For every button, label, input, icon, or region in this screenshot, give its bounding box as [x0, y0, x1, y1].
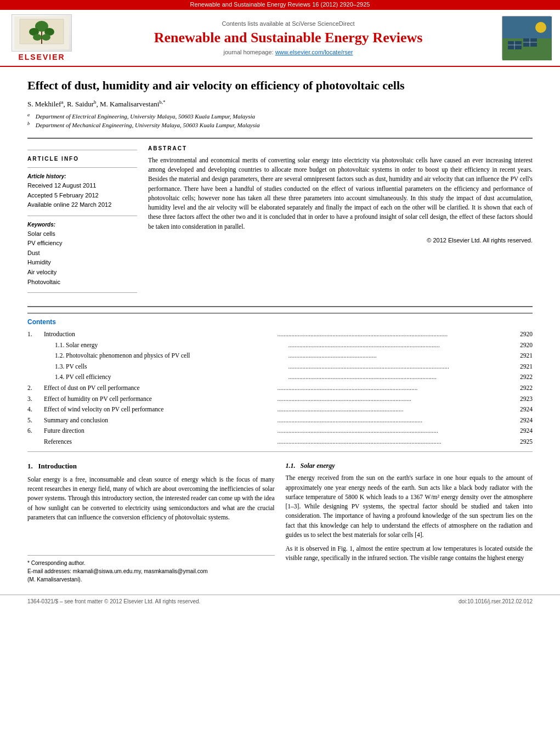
toc-label-4: Effect of wind velocity on PV cell perfo…	[44, 404, 278, 415]
toc-num-2: 2.	[27, 383, 44, 394]
journal-cover-thumbnail	[502, 16, 551, 60]
toc-item-1: 1. Introduction ........................…	[27, 329, 533, 340]
affiliations: a Department of Electrical Engineering, …	[27, 112, 533, 130]
affiliation-b: b Department of Mechanical Engineering, …	[27, 121, 533, 130]
svg-point-6	[33, 34, 42, 41]
toc-sub-1-4: 1.4.	[44, 372, 66, 383]
toc-dots-4: ........................................…	[278, 404, 511, 415]
journal-title: Renewable and Sustainable Energy Reviews	[80, 29, 496, 46]
toc-label-refs: References	[44, 437, 278, 448]
toc-item-4: 4. Effect of wind velocity on PV cell pe…	[27, 404, 533, 415]
footnote-email: E-mail addresses: mkamali@siswa.um.edu.m…	[27, 567, 275, 575]
divider-top-info	[27, 150, 137, 150]
toc-item-6: 6. Future direction ....................…	[27, 426, 533, 437]
toc-sub-1-2: 1.2.	[44, 350, 66, 361]
journal-issue-text: Renewable and Sustainable Energy Reviews…	[190, 1, 370, 8]
affiliation-a: a Department of Electrical Engineering, …	[27, 112, 533, 121]
toc-dots-refs: ........................................…	[278, 437, 511, 448]
toc-page-6: 2924	[511, 426, 533, 437]
toc-label-3: Effect of humidity on PV cell performanc…	[44, 394, 278, 405]
toc-page-4: 2924	[511, 404, 533, 415]
toc-item-1-4: 1.4. PV cell efficiency ................…	[27, 372, 533, 383]
elsevier-logo-image	[12, 14, 72, 52]
contents-heading: Contents	[27, 318, 533, 326]
solar-energy-paragraph2: As it is observed in Fig. 1, almost the …	[286, 544, 533, 563]
contents-available-line: Contents lists available at SciVerse Sci…	[80, 20, 496, 27]
authors-line: S. Mekhilefa, R. Saidurb, M. Kamalisarve…	[27, 99, 533, 109]
toc-num-refs	[27, 437, 44, 448]
toc-page-1-1: 2920	[511, 340, 533, 351]
toc-num-1: 1.	[27, 329, 44, 340]
elsevier-tree-icon	[14, 16, 69, 49]
toc-page-1-4: 2922	[511, 372, 533, 383]
svg-rect-11	[508, 41, 522, 49]
toc-dots-2: ........................................…	[278, 383, 511, 394]
keyword-2: PV efficiency	[27, 239, 137, 248]
issn-text: 1364-0321/$ – see front matter © 2012 El…	[27, 598, 200, 604]
toc-dots-1-1: ........................................…	[289, 340, 511, 351]
article-container: Effect of dust, humidity and air velocit…	[0, 67, 560, 595]
toc-page-3: 2923	[511, 394, 533, 405]
toc-item-2: 2. Effect of dust on PV cell performance…	[27, 383, 533, 394]
bottom-bar: 1364-0321/$ – see front matter © 2012 El…	[0, 595, 560, 608]
toc-num-4: 4.	[27, 404, 44, 415]
toc-label-6: Future direction	[44, 426, 278, 437]
article-title: Effect of dust, humidity and air velocit…	[27, 78, 533, 94]
toc-num-1-3	[27, 361, 44, 372]
journal-header: ELSEVIER Contents lists available at Sci…	[0, 9, 560, 67]
available-date: Available online 22 March 2012	[27, 200, 137, 210]
toc-page-refs: 2925	[511, 437, 533, 448]
toc-label-5: Summary and conclusion	[44, 415, 278, 426]
toc-page-2: 2922	[511, 383, 533, 394]
body-two-column: 1. Introduction Solar energy is a free, …	[27, 461, 533, 584]
footnotes-section: * Corresponding author. E-mail addresses…	[27, 555, 275, 584]
right-column: 1.1. Solar energy The energy received fr…	[286, 461, 533, 584]
divider-after-affiliations	[27, 138, 533, 139]
toc-item-1-3: 1.3. PV cells ..........................…	[27, 361, 533, 372]
article-info-panel: Article Info Article history: Received 1…	[27, 144, 137, 298]
abstract-heading: Abstract	[148, 144, 533, 152]
toc-label-1-3: PV cells	[66, 361, 289, 372]
table-of-contents: Contents 1. Introduction ...............…	[27, 313, 533, 452]
toc-sub-1-1: 1.1.	[44, 340, 66, 351]
toc-label-1-2: Photovoltaic phenomenon and physics of P…	[66, 350, 289, 361]
toc-dots-3: ........................................…	[278, 394, 511, 405]
copyright-line: © 2012 Elsevier Ltd. All rights reserved…	[148, 236, 533, 245]
accepted-date: Accepted 5 February 2012	[27, 191, 137, 201]
toc-dots-1: ........................................…	[278, 329, 511, 340]
abstract-panel: Abstract The environmental and economica…	[148, 144, 533, 298]
toc-label-2: Effect of dust on PV cell performance	[44, 383, 278, 394]
keyword-6: Photovoltaic	[27, 278, 137, 287]
journal-issue-bar: Renewable and Sustainable Energy Reviews…	[0, 0, 560, 9]
toc-page-1-3: 2921	[511, 361, 533, 372]
svg-point-10	[535, 22, 546, 33]
journal-homepage: journal homepage: www.elsevier.com/locat…	[80, 49, 496, 55]
contents-text: Contents lists available at SciVerse Sci…	[222, 20, 354, 27]
intro-section-title: 1. Introduction	[27, 461, 275, 472]
solar-energy-paragraph1: The energy received from the sun on the …	[286, 473, 533, 540]
toc-dots-5: ........................................…	[278, 415, 511, 426]
footnote-corresponding: * Corresponding author.	[27, 559, 275, 567]
homepage-url[interactable]: www.elsevier.com/locate/rser	[275, 49, 353, 55]
divider-history-keywords	[27, 216, 137, 216]
footnote-email-suffix: (M. Kamalisarvestani).	[27, 575, 275, 584]
toc-item-3: 3. Effect of humidity on PV cell perform…	[27, 394, 533, 405]
header-center: Contents lists available at SciVerse Sci…	[80, 20, 496, 55]
toc-page-5: 2924	[511, 415, 533, 426]
toc-num-1-4	[27, 372, 44, 383]
keyword-4: Humidity	[27, 258, 137, 268]
divider-after-abstract	[27, 306, 533, 307]
toc-num-3: 3.	[27, 394, 44, 405]
info-abstract-section: Article Info Article history: Received 1…	[27, 144, 533, 298]
toc-label-1-1: Solar energy	[66, 340, 289, 351]
toc-dots-6: ........................................…	[278, 426, 511, 437]
history-label: Article history:	[27, 173, 137, 179]
cover-image-icon	[502, 16, 552, 60]
divider-bottom-info	[27, 292, 137, 293]
homepage-label: journal homepage:	[223, 49, 273, 55]
svg-rect-12	[523, 38, 537, 47]
toc-label-1-4: PV cell efficiency	[66, 372, 289, 383]
left-column: 1. Introduction Solar energy is a free, …	[27, 461, 275, 584]
received-date: Received 12 August 2011	[27, 181, 137, 191]
keyword-1: Solar cells	[27, 229, 137, 239]
